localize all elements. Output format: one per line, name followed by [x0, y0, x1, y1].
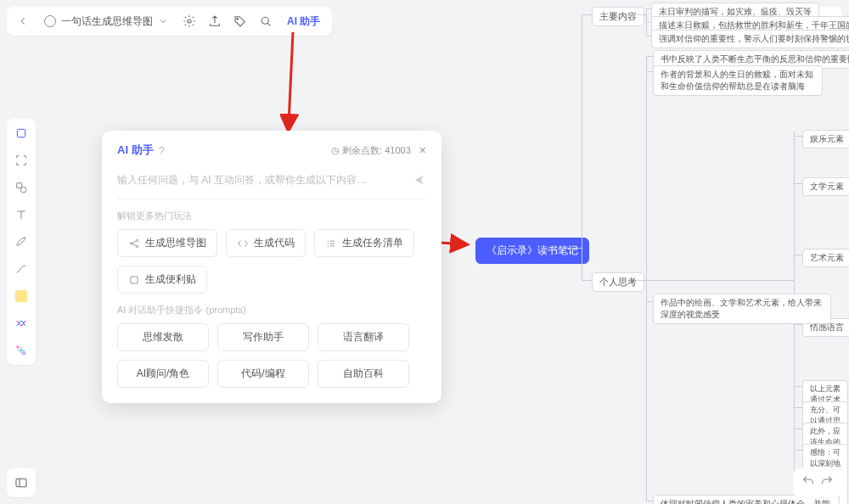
wire: [582, 14, 582, 280]
wire: [646, 56, 653, 57]
annotation-arrow-1: [280, 32, 306, 134]
node-b2-t2[interactable]: 作者的背景和人的生日的救赎，面对未知和生命价值信仰的帮助总是在读者脑海: [653, 65, 823, 96]
svg-point-14: [130, 242, 132, 244]
tag-button[interactable]: [231, 12, 250, 31]
svg-rect-6: [17, 183, 22, 188]
sun-icon: [44, 15, 56, 27]
wire: [794, 450, 802, 451]
svg-point-8: [17, 346, 20, 349]
node-personal[interactable]: 个人思考: [592, 272, 644, 292]
node-g1[interactable]: 娱乐元素: [802, 130, 849, 148]
wire: [646, 56, 647, 501]
search-icon: [259, 14, 273, 28]
panel-toggle-button[interactable]: [7, 468, 36, 497]
chip-gen-sticky[interactable]: 生成便利贴: [117, 266, 207, 294]
wire: [646, 280, 794, 281]
chip-gen-tasklist[interactable]: 生成任务清单: [314, 229, 414, 257]
export-icon: [208, 14, 222, 28]
chip-diverge[interactable]: 思维发散: [117, 323, 209, 351]
wire: [794, 183, 802, 184]
ai-assistant-panel: AI 助手? ◷ 剩余点数: 41003 × 解锁更多热门玩法 生成思维导图 生…: [102, 131, 441, 403]
wire: [646, 501, 653, 501]
top-toolbar: 一句话生成思维导图 AI 助手: [7, 7, 332, 36]
tool-shape[interactable]: [12, 178, 31, 197]
chip-writing[interactable]: 写作助手: [217, 323, 309, 351]
chip-gen-code[interactable]: 生成代码: [226, 229, 306, 257]
chip-wiki[interactable]: 自助百科: [318, 360, 409, 388]
wire: [646, 71, 653, 72]
wire: [646, 301, 653, 302]
chip-translate[interactable]: 语言翻译: [318, 323, 409, 351]
ai-assistant-link[interactable]: AI 助手: [282, 14, 325, 29]
left-toolbox: [7, 119, 36, 365]
chip-code[interactable]: 代码/编程: [217, 360, 309, 388]
note-icon: [15, 290, 27, 302]
settings-button[interactable]: [180, 12, 199, 31]
chip-gen-mindmap[interactable]: 生成思维导图: [117, 229, 217, 257]
svg-point-1: [237, 19, 239, 20]
node-g3[interactable]: 艺术元素: [802, 249, 849, 267]
panel-icon: [14, 476, 28, 490]
chip-advisor[interactable]: AI顾问/角色: [117, 360, 209, 388]
node-g3-leaf[interactable]: 作品中的绘画、文学和艺术元素，给人带来深度的视觉感受: [653, 294, 831, 324]
tool-frame[interactable]: [12, 151, 31, 170]
send-icon[interactable]: [413, 173, 426, 187]
panel-title: AI 助手?: [117, 143, 165, 158]
svg-rect-10: [16, 479, 26, 486]
svg-line-3: [267, 23, 270, 25]
wire: [582, 14, 592, 15]
node-g2[interactable]: 文学元素: [802, 177, 849, 196]
tool-connector[interactable]: [12, 260, 31, 278]
doc-title: 一句话生成思维导图: [61, 14, 153, 29]
svg-rect-17: [131, 276, 138, 283]
chevron-down-icon: [158, 16, 168, 26]
tool-pen[interactable]: [12, 232, 31, 251]
wire: [638, 280, 646, 281]
node-root[interactable]: 《启示录》读书笔记: [475, 238, 589, 264]
tool-mindmap[interactable]: [12, 314, 31, 333]
svg-point-7: [20, 187, 26, 193]
close-button[interactable]: ×: [419, 143, 426, 157]
svg-point-16: [136, 245, 138, 247]
tool-sticky[interactable]: [12, 287, 31, 305]
section-prompts: AI 对话助手快捷指令 (prompts): [117, 304, 426, 316]
svg-line-12: [289, 32, 293, 124]
section-hot: 解锁更多热门玩法: [117, 210, 426, 222]
mindmap-canvas[interactable]: 《启示录》读书笔记 主要内容 末日审判的描写，如灾难、瘟疫、毁灭等 描述末日救赎…: [471, 0, 849, 504]
svg-point-2: [261, 17, 268, 24]
redo-button[interactable]: [820, 474, 834, 491]
search-button[interactable]: [256, 12, 275, 31]
wire: [638, 14, 646, 15]
tool-text[interactable]: [12, 205, 31, 224]
back-button[interactable]: [14, 12, 32, 31]
node-main-content[interactable]: 主要内容: [592, 7, 644, 26]
wire: [794, 136, 802, 137]
undo-button[interactable]: [801, 474, 815, 491]
svg-rect-9: [23, 352, 25, 355]
wire: [566, 248, 582, 249]
undo-redo-bar: [793, 468, 842, 497]
help-icon[interactable]: ?: [159, 144, 165, 157]
svg-point-15: [136, 239, 138, 241]
node-b1-l3[interactable]: 强调对信仰的重要性，警示人们要时刻保持警惕的状态: [651, 30, 849, 48]
doc-title-dropdown[interactable]: 一句话生成思维导图: [39, 14, 173, 29]
export-button[interactable]: [205, 12, 224, 31]
wire: [794, 428, 802, 429]
wire: [582, 280, 592, 281]
gear-icon: [183, 14, 196, 28]
svg-rect-5: [17, 129, 25, 137]
tag-icon: [233, 14, 247, 28]
ai-prompt-input[interactable]: [117, 174, 404, 186]
credit-label: ◷ 剩余点数: 41003: [331, 144, 411, 157]
tool-select[interactable]: [12, 124, 31, 143]
wire: [794, 255, 802, 255]
wire: [794, 386, 802, 387]
svg-point-0: [188, 20, 191, 23]
tool-more[interactable]: [12, 341, 31, 360]
wire: [794, 407, 802, 408]
wire: [794, 324, 802, 325]
